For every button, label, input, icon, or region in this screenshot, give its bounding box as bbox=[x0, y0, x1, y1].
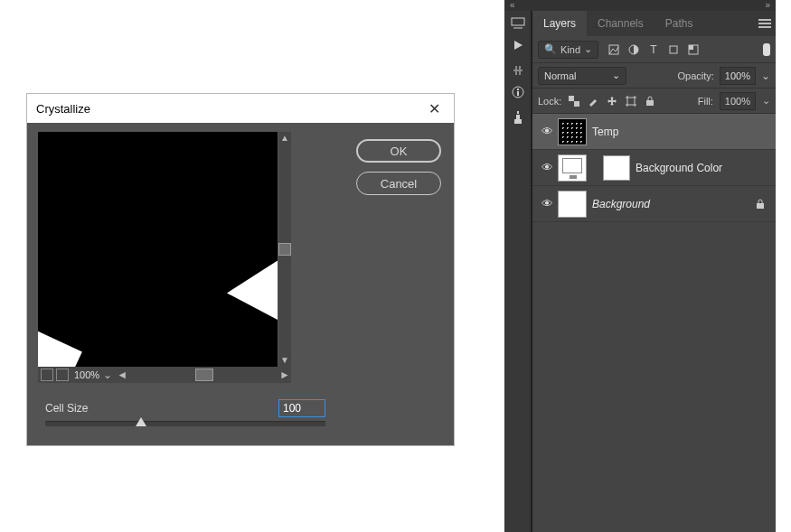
filter-toggle[interactable] bbox=[763, 43, 770, 56]
scroll-up-icon[interactable]: ▲ bbox=[278, 132, 291, 145]
svg-rect-17 bbox=[689, 45, 693, 50]
collapse-right-icon[interactable]: » bbox=[765, 0, 776, 11]
layer-row-background-color[interactable]: 👁 Background Color bbox=[532, 150, 776, 186]
tab-channels[interactable]: Channels bbox=[587, 11, 654, 36]
scroll-thumb[interactable] bbox=[195, 369, 213, 381]
visibility-icon[interactable]: 👁 bbox=[536, 161, 558, 174]
lock-all-icon[interactable] bbox=[644, 95, 656, 107]
visibility-icon[interactable]: 👁 bbox=[536, 125, 558, 138]
blend-row: Normal ⌄ Opacity: 100% ⌄ bbox=[532, 63, 776, 89]
layer-row-background[interactable]: 👁 Background bbox=[532, 186, 776, 222]
svg-rect-10 bbox=[758, 19, 771, 21]
zoom-fit-icon[interactable] bbox=[41, 369, 53, 381]
cell-size-label: Cell Size bbox=[45, 402, 278, 415]
layers-panel: Layers Channels Paths 🔍 Kind ⌄ T bbox=[532, 11, 776, 532]
layer-name[interactable]: Temp bbox=[592, 126, 618, 138]
visibility-icon[interactable]: 👁 bbox=[536, 197, 558, 210]
chevron-down-icon: ⌄ bbox=[584, 43, 592, 55]
layers-panel-group: « » Layers Channels Paths bbox=[504, 0, 776, 532]
close-icon[interactable]: ✕ bbox=[423, 100, 445, 117]
cancel-label: Cancel bbox=[381, 177, 417, 191]
panel-collapse-bar[interactable]: « » bbox=[504, 0, 776, 11]
search-icon: 🔍 bbox=[544, 43, 557, 55]
preview-canvas[interactable] bbox=[38, 132, 278, 367]
svg-rect-19 bbox=[574, 101, 579, 107]
lock-position-icon[interactable] bbox=[606, 95, 618, 107]
preview-vertical-scrollbar[interactable]: ▲ ▼ bbox=[278, 132, 291, 367]
tab-label: Channels bbox=[598, 17, 644, 30]
preview-bottom-bar: 100% ⌄ ◄ ► bbox=[38, 367, 291, 383]
history-icon[interactable] bbox=[510, 16, 526, 31]
scroll-right-icon[interactable]: ► bbox=[278, 369, 291, 381]
svg-rect-11 bbox=[758, 23, 771, 24]
layer-name[interactable]: Background bbox=[592, 198, 650, 210]
svg-rect-20 bbox=[627, 98, 635, 105]
zoom-actual-icon[interactable] bbox=[56, 369, 69, 381]
cell-size-input[interactable] bbox=[278, 399, 325, 417]
svg-rect-0 bbox=[512, 18, 524, 25]
filter-pixel-icon[interactable] bbox=[607, 43, 620, 56]
blend-mode-value: Normal bbox=[544, 70, 576, 81]
kind-label: Kind bbox=[560, 44, 580, 55]
svg-rect-15 bbox=[670, 46, 677, 53]
svg-rect-2 bbox=[515, 66, 517, 75]
fill-label: Fill: bbox=[698, 96, 713, 107]
ok-button[interactable]: OK bbox=[356, 139, 441, 163]
slider-knob[interactable] bbox=[136, 417, 146, 426]
chevron-down-icon[interactable]: ⌄ bbox=[762, 95, 770, 107]
layer-list: 👁 Temp 👁 Background Color 👁 Background bbox=[532, 114, 776, 222]
tab-label: Paths bbox=[665, 17, 693, 30]
svg-rect-22 bbox=[757, 203, 764, 209]
filter-smart-icon[interactable] bbox=[687, 43, 700, 56]
svg-rect-6 bbox=[517, 89, 519, 90]
svg-rect-12 bbox=[758, 26, 771, 28]
filter-type-icon[interactable]: T bbox=[647, 43, 660, 56]
cell-size-slider[interactable] bbox=[45, 421, 325, 426]
zoom-dropdown-icon[interactable]: ⌄ bbox=[101, 369, 114, 381]
layer-thumbnail[interactable] bbox=[558, 118, 587, 145]
preview-horizontal-scrollbar[interactable] bbox=[130, 369, 275, 381]
lock-brush-icon[interactable] bbox=[587, 95, 599, 107]
layer-thumbnail[interactable] bbox=[558, 191, 587, 218]
lock-row: Lock: Fill: 100% ⌄ bbox=[532, 89, 776, 114]
svg-rect-18 bbox=[569, 96, 574, 101]
svg-rect-9 bbox=[517, 111, 519, 114]
kind-dropdown[interactable]: 🔍 Kind ⌄ bbox=[538, 41, 598, 59]
opacity-input[interactable]: 100% bbox=[720, 67, 756, 85]
lock-transparency-icon[interactable] bbox=[568, 95, 580, 107]
collapse-left-icon[interactable]: « bbox=[504, 0, 765, 11]
filter-shape-icon[interactable] bbox=[667, 43, 680, 56]
svg-rect-1 bbox=[513, 70, 523, 71]
layer-name[interactable]: Background Color bbox=[636, 162, 722, 174]
scroll-thumb[interactable] bbox=[278, 243, 291, 256]
tab-layers[interactable]: Layers bbox=[532, 11, 587, 36]
lock-artboard-icon[interactable] bbox=[625, 95, 637, 107]
layer-filter-row: 🔍 Kind ⌄ T bbox=[532, 36, 776, 63]
layer-thumbnail[interactable] bbox=[558, 154, 587, 182]
dialog-titlebar[interactable]: Crystallize ✕ bbox=[27, 94, 454, 123]
layer-mask-thumbnail[interactable] bbox=[603, 155, 630, 181]
blend-mode-dropdown[interactable]: Normal ⌄ bbox=[538, 67, 626, 85]
scroll-down-icon[interactable]: ▼ bbox=[278, 354, 291, 367]
fill-input[interactable]: 100% bbox=[720, 92, 756, 110]
panel-menu-icon[interactable] bbox=[754, 11, 776, 36]
scroll-left-icon[interactable]: ◄ bbox=[116, 369, 128, 381]
lock-label: Lock: bbox=[538, 96, 561, 107]
info-icon[interactable] bbox=[510, 85, 526, 99]
cancel-button[interactable]: Cancel bbox=[356, 172, 441, 195]
fill-value: 100% bbox=[725, 96, 750, 107]
properties-icon[interactable] bbox=[510, 63, 526, 78]
lock-icon bbox=[756, 199, 765, 210]
svg-rect-7 bbox=[514, 119, 522, 124]
svg-rect-5 bbox=[517, 91, 519, 96]
actions-play-icon[interactable] bbox=[510, 38, 526, 52]
filter-adjustment-icon[interactable] bbox=[627, 43, 640, 56]
chevron-down-icon[interactable]: ⌄ bbox=[761, 70, 770, 82]
layer-row-temp[interactable]: 👁 Temp bbox=[532, 114, 776, 150]
tab-paths[interactable]: Paths bbox=[654, 11, 704, 36]
svg-rect-21 bbox=[646, 100, 654, 106]
clone-source-icon[interactable] bbox=[510, 110, 526, 125]
panel-tabbar: Layers Channels Paths bbox=[532, 11, 776, 36]
opacity-value: 100% bbox=[725, 70, 750, 81]
opacity-label: Opacity: bbox=[678, 70, 714, 81]
